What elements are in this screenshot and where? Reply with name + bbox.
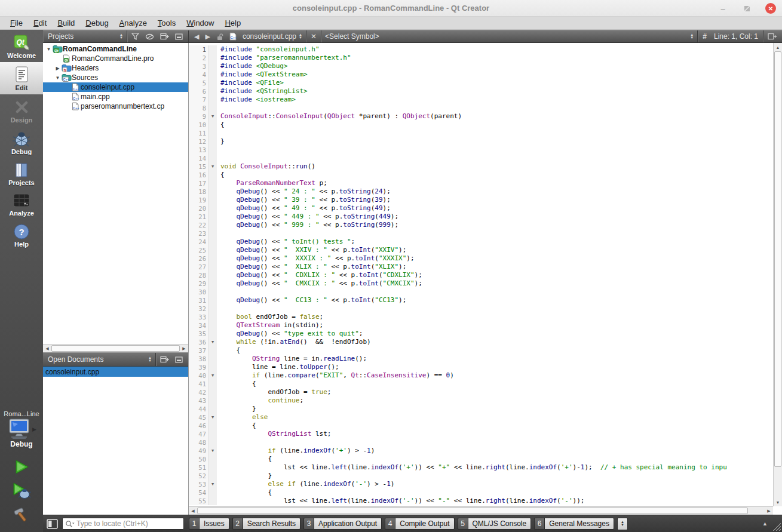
- window-resize-grip[interactable]: [773, 523, 781, 531]
- open-document-item[interactable]: consoleinput.cpp: [43, 367, 188, 377]
- code-line[interactable]: 51 lst << line.left(line.indexOf('+')) <…: [189, 463, 773, 472]
- code-line[interactable]: 40▼ if (line.compare("EXIT", Qt::CaseIns…: [189, 371, 773, 380]
- fold-marker-icon[interactable]: ▼: [208, 162, 217, 171]
- minimize-button[interactable]: –: [717, 3, 728, 14]
- code-line[interactable]: 43 continue;: [189, 396, 773, 405]
- scroll-left-icon[interactable]: ◀: [189, 507, 197, 515]
- code-line[interactable]: 20 qDebug() << " 49 : " << p.toString(49…: [189, 204, 773, 213]
- code-line[interactable]: 54 {: [189, 488, 773, 497]
- scroll-down-icon[interactable]: ▼: [774, 498, 782, 506]
- fold-marker-icon[interactable]: ▼: [208, 112, 217, 121]
- scroll-right-icon[interactable]: ▶: [765, 507, 773, 515]
- tree-item[interactable]: ▼C++Sources: [43, 73, 188, 82]
- mode-debug[interactable]: Debug: [0, 127, 43, 158]
- scrollbar-thumb[interactable]: [774, 51, 781, 467]
- code-line[interactable]: 28 qDebug() << " CDXLIX : " << p.toInt("…: [189, 271, 773, 279]
- code-line[interactable]: 29 qDebug() << " CMXCIX : " << p.toInt("…: [189, 279, 773, 288]
- code-line[interactable]: 18 qDebug() << " 24 : " << p.toString(24…: [189, 187, 773, 196]
- code-line[interactable]: 19 qDebug() << " 39 : " << p.toString(39…: [189, 196, 773, 204]
- code-line[interactable]: 13: [189, 146, 773, 154]
- fold-marker-icon[interactable]: ▼: [208, 338, 217, 346]
- od-split-new-window-icon[interactable]: [157, 353, 172, 366]
- scroll-left-icon[interactable]: ◀: [43, 345, 51, 352]
- output-tab-qml-js-console[interactable]: 5QML/JS Console: [458, 518, 532, 530]
- code-line[interactable]: 7#include <iostream>: [189, 96, 773, 104]
- code-line[interactable]: 37 {: [189, 346, 773, 355]
- open-documents-combo[interactable]: Open Documents: [48, 355, 146, 364]
- code-line[interactable]: 42 endOfJob = true;: [189, 388, 773, 396]
- code-line[interactable]: 14: [189, 154, 773, 162]
- locator-field[interactable]: [62, 518, 184, 530]
- menu-help[interactable]: Help: [219, 17, 246, 29]
- tree-item[interactable]: C++main.cpp: [43, 92, 188, 102]
- titlebar[interactable]: consoleinput.cpp - RomanCommandLine - Qt…: [0, 0, 782, 17]
- code-line[interactable]: 2#include "parseromannumbertext.h": [189, 54, 773, 62]
- fold-marker-icon[interactable]: ▼: [208, 371, 217, 380]
- tree-horizontal-scrollbar[interactable]: ◀ ▶: [43, 344, 188, 352]
- scroll-right-icon[interactable]: ▶: [180, 345, 188, 352]
- tree-item[interactable]: ▶hHeaders: [43, 63, 188, 73]
- menu-build[interactable]: Build: [52, 17, 80, 29]
- code-line[interactable]: 49▼ if (line.indexOf('+') > -1): [189, 447, 773, 455]
- code-line[interactable]: 32: [189, 305, 773, 313]
- code-line[interactable]: 50 {: [189, 455, 773, 463]
- run-button[interactable]: [13, 458, 30, 476]
- code-line[interactable]: 9▼ConsoleInput::ConsoleInput(QObject *pa…: [189, 112, 773, 121]
- open-file-combo[interactable]: consoleinput.cpp: [240, 32, 296, 41]
- projects-pane-combo[interactable]: Projects: [48, 32, 117, 41]
- code-line[interactable]: 12}: [189, 137, 773, 146]
- mode-welcome[interactable]: QtWelcome: [0, 30, 43, 62]
- code-line[interactable]: 39 line = line.toUpper();: [189, 363, 773, 371]
- toggle-sidebar-icon[interactable]: [47, 519, 58, 529]
- od-combo-spinner-icon[interactable]: ▲▼: [148, 356, 152, 362]
- scroll-up-icon[interactable]: ▲: [774, 43, 782, 51]
- collapse-icon[interactable]: [172, 30, 186, 42]
- symbol-combo-spinner-icon[interactable]: ▲▼: [690, 33, 694, 39]
- menu-edit[interactable]: Edit: [28, 17, 52, 29]
- code-line[interactable]: 26 qDebug() << " XXXIX : " << p.toInt("X…: [189, 254, 773, 263]
- code-line[interactable]: 27 qDebug() << " XLIX : " << p.toInt("XL…: [189, 263, 773, 271]
- code-line[interactable]: 4#include <QTextStream>: [189, 70, 773, 79]
- menu-file[interactable]: File: [5, 17, 28, 29]
- close-button[interactable]: ✕: [765, 3, 776, 14]
- kit-selector[interactable]: Roma...Line▶Debug: [0, 408, 43, 451]
- build-button[interactable]: [13, 506, 30, 524]
- editor-vertical-scrollbar[interactable]: ▲ ▼: [773, 43, 782, 506]
- tree-item[interactable]: QtRomanCommandLine.pro: [43, 54, 188, 63]
- close-document-icon[interactable]: ✕: [308, 30, 320, 42]
- code-line[interactable]: 17 ParseRomanNumberText p;: [189, 179, 773, 187]
- mode-help[interactable]: ?Help: [0, 220, 43, 251]
- file-combo-spinner-icon[interactable]: ▲▼: [299, 33, 302, 39]
- code-line[interactable]: 45▼ else: [189, 413, 773, 422]
- code-line[interactable]: 36▼ while (!in.atEnd() && !endOfJob): [189, 338, 773, 346]
- split-editor-icon[interactable]: [765, 30, 780, 42]
- run-debug-button[interactable]: [11, 482, 32, 500]
- code-line[interactable]: 35 qDebug() << "type exit to quit";: [189, 330, 773, 338]
- tree-item[interactable]: C++consoleinput.cpp: [43, 82, 188, 92]
- output-pane-updown-icon[interactable]: ▲▼: [617, 518, 628, 530]
- menu-tools[interactable]: Tools: [152, 17, 181, 29]
- sync-with-editor-icon[interactable]: [142, 30, 157, 42]
- code-area[interactable]: 1#include "consoleinput.h"2#include "par…: [189, 43, 773, 506]
- code-line[interactable]: 55 lst << line.left(line.indexOf('-')) <…: [189, 497, 773, 505]
- code-line[interactable]: 5#include <QFile>: [189, 79, 773, 87]
- code-line[interactable]: 15▼void ConsoleInput::run(): [189, 162, 773, 171]
- output-tab-search-results[interactable]: 2Search Results: [232, 518, 300, 530]
- mode-analyze[interactable]: Analyze: [0, 189, 43, 220]
- code-line[interactable]: 33 bool endOfJob = false;: [189, 313, 773, 321]
- menu-analyze[interactable]: Analyze: [114, 17, 152, 29]
- menu-debug[interactable]: Debug: [80, 17, 114, 29]
- output-tab-issues[interactable]: 1Issues: [189, 518, 229, 530]
- code-line[interactable]: 6#include <QStringList>: [189, 87, 773, 96]
- maximize-output-pane-icon[interactable]: ▲: [762, 521, 768, 527]
- mode-design[interactable]: Design: [0, 94, 43, 127]
- code-line[interactable]: 21 qDebug() << " 449 : " << p.toString(4…: [189, 213, 773, 221]
- tree-item[interactable]: C++parseromannumbertext.cp: [43, 102, 188, 111]
- expand-arrow-icon[interactable]: ▶: [54, 66, 61, 71]
- code-line[interactable]: 47 QStringList lst;: [189, 430, 773, 438]
- code-line[interactable]: 22 qDebug() << " 999 : " << p.toString(9…: [189, 221, 773, 229]
- fold-marker-icon[interactable]: ▼: [208, 413, 217, 422]
- code-line[interactable]: 8: [189, 104, 773, 112]
- output-tab-application-output[interactable]: 3Application Output: [303, 518, 382, 530]
- code-line[interactable]: 44 }: [189, 405, 773, 413]
